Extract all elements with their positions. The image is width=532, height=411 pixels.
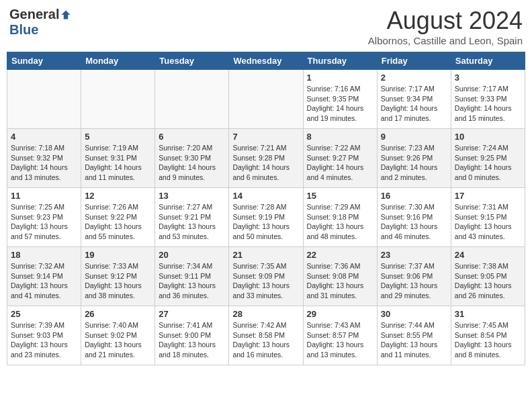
- day-number: 29: [307, 309, 373, 319]
- calendar-cell: [155, 70, 229, 129]
- cell-text: Sunrise: 7:31 AMSunset: 9:15 PMDaylight:…: [455, 202, 521, 242]
- day-number: 23: [381, 250, 447, 260]
- logo: General Blue: [9, 7, 71, 38]
- calendar-cell: 12Sunrise: 7:26 AMSunset: 9:22 PMDayligh…: [81, 188, 155, 247]
- calendar-cell: 29Sunrise: 7:43 AMSunset: 8:57 PMDayligh…: [303, 306, 377, 365]
- calendar-cell: 17Sunrise: 7:31 AMSunset: 9:15 PMDayligh…: [451, 188, 525, 247]
- cell-text: Sunrise: 7:25 AMSunset: 9:23 PMDaylight:…: [11, 202, 77, 242]
- cell-text: Sunrise: 7:17 AMSunset: 9:33 PMDaylight:…: [455, 84, 521, 124]
- calendar-table: SundayMondayTuesdayWednesdayThursdayFrid…: [7, 52, 525, 365]
- day-number: 5: [85, 132, 151, 142]
- day-number: 11: [11, 191, 77, 201]
- calendar-cell: 18Sunrise: 7:32 AMSunset: 9:14 PMDayligh…: [7, 247, 81, 306]
- day-number: 12: [85, 191, 151, 201]
- cell-text: Sunrise: 7:18 AMSunset: 9:32 PMDaylight:…: [11, 143, 77, 183]
- location: Albornos, Castille and Leon, Spain: [368, 35, 523, 46]
- logo-icon: [60, 9, 71, 20]
- weekday-header-friday: Friday: [377, 52, 451, 70]
- day-number: 10: [455, 132, 521, 142]
- day-number: 9: [381, 132, 447, 142]
- cell-text: Sunrise: 7:39 AMSunset: 9:03 PMDaylight:…: [11, 320, 77, 360]
- day-number: 7: [232, 132, 299, 142]
- calendar-cell: 8Sunrise: 7:22 AMSunset: 9:27 PMDaylight…: [303, 129, 377, 188]
- calendar-cell: 13Sunrise: 7:27 AMSunset: 9:21 PMDayligh…: [155, 188, 229, 247]
- day-number: 24: [455, 250, 521, 260]
- cell-text: Sunrise: 7:22 AMSunset: 9:27 PMDaylight:…: [307, 143, 373, 183]
- weekday-header-tuesday: Tuesday: [155, 52, 229, 70]
- calendar-cell: 20Sunrise: 7:34 AMSunset: 9:11 PMDayligh…: [155, 247, 229, 306]
- day-number: 30: [381, 309, 447, 319]
- day-number: 18: [11, 250, 77, 260]
- cell-text: Sunrise: 7:21 AMSunset: 9:28 PMDaylight:…: [232, 143, 299, 183]
- weekday-header-monday: Monday: [81, 52, 155, 70]
- cell-text: Sunrise: 7:36 AMSunset: 9:08 PMDaylight:…: [307, 261, 373, 301]
- day-number: 20: [159, 250, 225, 260]
- calendar-cell: 15Sunrise: 7:29 AMSunset: 9:18 PMDayligh…: [303, 188, 377, 247]
- day-number: 17: [455, 191, 521, 201]
- cell-text: Sunrise: 7:37 AMSunset: 9:06 PMDaylight:…: [381, 261, 447, 301]
- calendar-cell: [81, 70, 155, 129]
- calendar-cell: 9Sunrise: 7:23 AMSunset: 9:26 PMDaylight…: [377, 129, 451, 188]
- calendar-week-row: 18Sunrise: 7:32 AMSunset: 9:14 PMDayligh…: [7, 247, 525, 306]
- cell-text: Sunrise: 7:23 AMSunset: 9:26 PMDaylight:…: [381, 143, 447, 183]
- calendar-cell: 1Sunrise: 7:16 AMSunset: 9:35 PMDaylight…: [303, 70, 377, 129]
- logo-blue-text: Blue: [9, 22, 38, 38]
- day-number: 25: [11, 309, 77, 319]
- day-number: 3: [455, 73, 521, 83]
- day-number: 2: [381, 73, 447, 83]
- cell-text: Sunrise: 7:26 AMSunset: 9:22 PMDaylight:…: [85, 202, 151, 242]
- svg-marker-0: [62, 10, 71, 19]
- cell-text: Sunrise: 7:44 AMSunset: 8:55 PMDaylight:…: [381, 320, 447, 360]
- calendar-cell: 2Sunrise: 7:17 AMSunset: 9:34 PMDaylight…: [377, 70, 451, 129]
- calendar-cell: 5Sunrise: 7:19 AMSunset: 9:31 PMDaylight…: [81, 129, 155, 188]
- cell-text: Sunrise: 7:42 AMSunset: 8:58 PMDaylight:…: [232, 320, 299, 360]
- cell-text: Sunrise: 7:28 AMSunset: 9:19 PMDaylight:…: [232, 202, 299, 242]
- day-number: 26: [85, 309, 151, 319]
- day-number: 6: [159, 132, 225, 142]
- day-number: 21: [232, 250, 299, 260]
- logo-general-text: General: [9, 7, 59, 22]
- cell-text: Sunrise: 7:38 AMSunset: 9:05 PMDaylight:…: [455, 261, 521, 301]
- cell-text: Sunrise: 7:41 AMSunset: 9:00 PMDaylight:…: [159, 320, 225, 360]
- calendar-cell: 11Sunrise: 7:25 AMSunset: 9:23 PMDayligh…: [7, 188, 81, 247]
- calendar-cell: 3Sunrise: 7:17 AMSunset: 9:33 PMDaylight…: [451, 70, 525, 129]
- cell-text: Sunrise: 7:43 AMSunset: 8:57 PMDaylight:…: [307, 320, 373, 360]
- month-year: August 2024: [368, 7, 523, 35]
- cell-text: Sunrise: 7:24 AMSunset: 9:25 PMDaylight:…: [455, 143, 521, 183]
- calendar-cell: 28Sunrise: 7:42 AMSunset: 8:58 PMDayligh…: [229, 306, 303, 365]
- calendar-week-row: 11Sunrise: 7:25 AMSunset: 9:23 PMDayligh…: [7, 188, 525, 247]
- day-number: 4: [11, 132, 77, 142]
- calendar-cell: 10Sunrise: 7:24 AMSunset: 9:25 PMDayligh…: [451, 129, 525, 188]
- cell-text: Sunrise: 7:29 AMSunset: 9:18 PMDaylight:…: [307, 202, 373, 242]
- cell-text: Sunrise: 7:34 AMSunset: 9:11 PMDaylight:…: [159, 261, 225, 301]
- cell-text: Sunrise: 7:20 AMSunset: 9:30 PMDaylight:…: [159, 143, 225, 183]
- day-number: 15: [307, 191, 373, 201]
- calendar-cell: 26Sunrise: 7:40 AMSunset: 9:02 PMDayligh…: [81, 306, 155, 365]
- cell-text: Sunrise: 7:33 AMSunset: 9:12 PMDaylight:…: [85, 261, 151, 301]
- weekday-header-thursday: Thursday: [303, 52, 377, 70]
- cell-text: Sunrise: 7:32 AMSunset: 9:14 PMDaylight:…: [11, 261, 77, 301]
- calendar-cell: 7Sunrise: 7:21 AMSunset: 9:28 PMDaylight…: [229, 129, 303, 188]
- cell-text: Sunrise: 7:40 AMSunset: 9:02 PMDaylight:…: [85, 320, 151, 360]
- header: General Blue August 2024 Albornos, Casti…: [7, 7, 525, 46]
- cell-text: Sunrise: 7:30 AMSunset: 9:16 PMDaylight:…: [381, 202, 447, 242]
- weekday-header-wednesday: Wednesday: [229, 52, 303, 70]
- calendar-cell: 25Sunrise: 7:39 AMSunset: 9:03 PMDayligh…: [7, 306, 81, 365]
- calendar-week-row: 1Sunrise: 7:16 AMSunset: 9:35 PMDaylight…: [7, 70, 525, 129]
- cell-text: Sunrise: 7:16 AMSunset: 9:35 PMDaylight:…: [307, 84, 373, 124]
- calendar-cell: [229, 70, 303, 129]
- day-number: 8: [307, 132, 373, 142]
- day-number: 28: [232, 309, 299, 319]
- title-area: August 2024 Albornos, Castille and Leon,…: [368, 7, 523, 46]
- cell-text: Sunrise: 7:17 AMSunset: 9:34 PMDaylight:…: [381, 84, 447, 124]
- calendar-cell: 30Sunrise: 7:44 AMSunset: 8:55 PMDayligh…: [377, 306, 451, 365]
- day-number: 14: [232, 191, 299, 201]
- day-number: 16: [381, 191, 447, 201]
- calendar-cell: 23Sunrise: 7:37 AMSunset: 9:06 PMDayligh…: [377, 247, 451, 306]
- day-number: 1: [307, 73, 373, 83]
- cell-text: Sunrise: 7:45 AMSunset: 8:54 PMDaylight:…: [455, 320, 521, 360]
- calendar-week-row: 25Sunrise: 7:39 AMSunset: 9:03 PMDayligh…: [7, 306, 525, 365]
- day-number: 13: [159, 191, 225, 201]
- weekday-header-row: SundayMondayTuesdayWednesdayThursdayFrid…: [7, 52, 525, 70]
- calendar-cell: 24Sunrise: 7:38 AMSunset: 9:05 PMDayligh…: [451, 247, 525, 306]
